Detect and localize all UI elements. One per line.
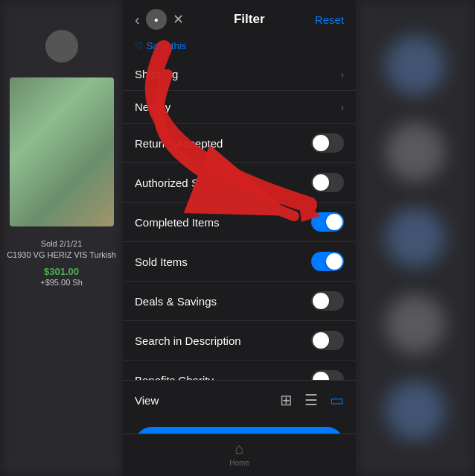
filter-row-shipping[interactable]: Shipping › (123, 58, 356, 91)
filter-label-charity: Benefits Charity (135, 374, 214, 381)
shipping-label: +$95.00 Sh (34, 277, 89, 288)
toggle-sold[interactable] (311, 252, 344, 271)
toggle-knob-sold (326, 253, 342, 270)
filter-label-nearby: Nearby (135, 101, 170, 113)
view-row: View ⊞ ☰ ▭ (123, 381, 356, 419)
filter-row-search-desc: Search in Description (123, 321, 356, 361)
toggle-knob-completed (326, 214, 342, 230)
list-view-icon[interactable]: ☰ (305, 391, 318, 409)
chevron-icon-nearby: › (340, 101, 344, 113)
avatar (45, 30, 78, 63)
nav-item-home[interactable]: ⌂ Home (229, 440, 249, 467)
filter-label-search-desc: Search in Description (135, 334, 241, 347)
back-button[interactable]: ‹ (135, 12, 140, 27)
grid-view-icon[interactable]: ⊞ (280, 391, 293, 409)
profile-icon: ● (146, 9, 167, 30)
filter-header: ‹ ● ✕ Filter Reset (123, 0, 356, 36)
blur-circle-5 (386, 381, 445, 440)
blur-circle-4 (386, 294, 445, 354)
large-view-icon[interactable]: ▭ (330, 391, 344, 409)
filter-list: Shipping › Nearby › Returns Accepted Aut… (123, 58, 356, 380)
filter-title: Filter (184, 12, 315, 27)
right-panel (356, 0, 475, 476)
chevron-icon: › (340, 69, 344, 80)
toggle-authorized[interactable] (311, 173, 344, 192)
toggle-completed[interactable] (311, 212, 344, 232)
toggle-knob-search-desc (313, 332, 329, 349)
save-link[interactable]: Save this (135, 40, 186, 51)
filter-row-authorized: Authorized Seller (123, 163, 356, 203)
filter-row-deals: Deals & Savings (123, 282, 356, 321)
toggle-knob-charity (313, 372, 329, 380)
filter-label-completed: Completed Items (135, 216, 219, 229)
filter-right-shipping: › (340, 69, 344, 80)
rug-thumbnail (10, 77, 114, 226)
filter-row-nearby[interactable]: Nearby › (123, 91, 356, 124)
filter-right-nearby: › (340, 101, 344, 113)
filter-label-sold: Sold Items (135, 256, 188, 268)
filter-row-returns: Returns Accepted (123, 124, 356, 163)
left-panel: Sold 2/1/21 C1930 VG HERIZ VIS Turkish $… (0, 0, 123, 476)
toggle-knob-deals (313, 293, 329, 309)
filter-panel: ‹ ● ✕ Filter Reset Save this Shipping › … (123, 0, 356, 476)
filter-label-deals: Deals & Savings (135, 295, 217, 308)
header-left: ‹ ● ✕ (135, 9, 184, 30)
sold-label: Sold 2/1/21 (35, 238, 89, 250)
toggle-charity[interactable] (311, 370, 344, 380)
toggle-search-desc[interactable] (311, 331, 344, 350)
reset-button[interactable]: Reset (315, 13, 344, 26)
filter-label-authorized: Authorized Seller (135, 177, 220, 189)
home-label: Home (229, 459, 249, 467)
toggle-knob-authorized (313, 174, 329, 191)
filter-row-charity: Benefits Charity (123, 361, 356, 380)
close-button[interactable]: ✕ (173, 11, 184, 28)
filter-row-sold: Sold Items (123, 242, 356, 282)
toggle-deals[interactable] (311, 291, 344, 311)
home-icon: ⌂ (235, 440, 243, 457)
blur-circle-2 (386, 122, 445, 182)
blur-circle-1 (386, 36, 445, 95)
item-label: C1930 VG HERIZ VIS Turkish (1, 250, 122, 261)
view-label: View (135, 394, 159, 407)
bottom-nav: ⌂ Home (123, 434, 356, 476)
filter-label-shipping: Shipping (135, 68, 178, 80)
price-label: $301.00 (44, 266, 79, 277)
save-bar: Save this (123, 36, 356, 58)
filter-row-completed: Completed Items (123, 203, 356, 242)
filter-label-returns: Returns Accepted (135, 137, 223, 150)
blur-circle-3 (386, 208, 445, 267)
toggle-returns[interactable] (311, 133, 344, 153)
toggle-knob-returns (313, 135, 329, 151)
view-icons: ⊞ ☰ ▭ (280, 391, 344, 409)
